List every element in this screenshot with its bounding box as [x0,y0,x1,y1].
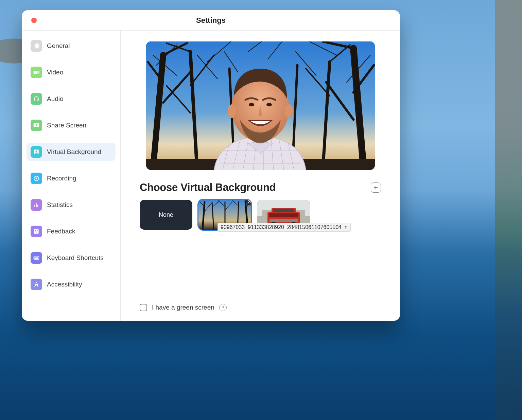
section-header: Choose Virtual Background [140,181,381,194]
sidebar-item-label: Video [47,69,63,76]
sidebar-item-virtual-background[interactable]: Virtual Background [27,143,116,161]
wallpaper-coast [495,0,522,420]
sidebar-item-accessibility[interactable]: Accessibility [27,275,116,294]
sidebar-item-label: General [47,42,70,50]
video-camera-icon [31,67,42,78]
video-preview [146,41,375,170]
svg-point-11 [249,103,254,106]
svg-rect-18 [269,213,298,217]
svg-point-9 [228,104,236,118]
close-icon: ✕ [247,200,251,204]
sidebar-item-keyboard-shortcuts[interactable]: Keyboard Shortcuts [27,249,116,267]
sidebar-item-label: Keyboard Shortcuts [47,254,104,262]
svg-rect-23 [273,209,294,212]
statistics-icon [31,199,42,211]
titlebar: Settings [22,10,400,31]
question-mark-icon: ? [222,305,224,310]
accessibility-icon [31,279,42,290]
recording-icon [31,173,42,184]
sidebar-item-statistics[interactable]: Statistics [27,196,116,214]
background-thumbnails: None [140,200,381,230]
none-label: None [159,211,173,218]
plus-icon [373,185,379,190]
sidebar-item-label: Accessibility [47,281,82,288]
sidebar-item-video[interactable]: Video [27,63,116,82]
green-screen-help-button[interactable]: ? [219,304,227,311]
settings-sidebar: General Video Audio [22,31,121,321]
filename-tooltip: 90967033_911333828920_284815061107605504… [218,223,351,232]
sidebar-item-general[interactable]: General [27,37,116,55]
feedback-icon [31,226,42,237]
window-body: General Video Audio [22,31,400,321]
svg-point-12 [266,103,272,106]
gear-icon [31,40,42,52]
green-screen-label: I have a green screen [152,304,214,311]
green-screen-checkbox[interactable] [140,304,147,311]
close-window-button[interactable] [31,18,37,23]
sidebar-item-label: Feedback [47,228,75,235]
svg-rect-3 [34,256,39,260]
svg-point-4 [36,282,37,283]
background-option-none[interactable]: None [140,200,192,230]
share-screen-icon [31,120,42,131]
settings-window: Settings General Video [22,10,400,321]
sidebar-item-feedback[interactable]: Feedback [27,222,116,241]
sidebar-item-share-screen[interactable]: Share Screen [27,116,116,135]
sidebar-item-label: Audio [47,95,64,103]
sidebar-item-recording[interactable]: Recording [27,169,116,188]
section-title: Choose Virtual Background [140,181,276,194]
traffic-lights [31,18,37,23]
headphones-icon [31,93,42,105]
sidebar-item-audio[interactable]: Audio [27,90,116,108]
sidebar-item-label: Virtual Background [47,148,101,156]
virtual-background-icon [31,146,42,158]
svg-point-1 [36,178,37,179]
window-title: Settings [196,16,226,25]
sidebar-item-label: Recording [47,175,76,182]
svg-point-10 [285,104,293,118]
sidebar-item-label: Share Screen [47,122,86,129]
green-screen-option: I have a green screen ? [140,304,227,311]
desktop-wallpaper: Settings General Video [0,0,522,420]
sidebar-item-label: Statistics [47,201,73,209]
add-background-button[interactable] [371,182,381,193]
svg-rect-19 [269,219,298,222]
main-panel: Choose Virtual Background None [121,31,400,321]
keyboard-icon [31,252,42,264]
